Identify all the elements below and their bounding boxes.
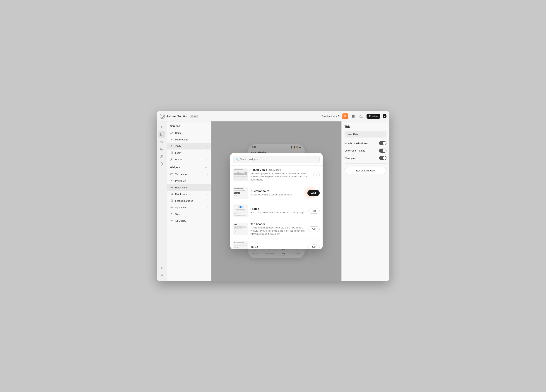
tab-header-desc: This is will add a header to the top of … xyxy=(251,226,306,236)
sidebar-item-reminders[interactable]: Reminders ··· xyxy=(167,191,211,198)
right-panel: Title Include threshold alert Show “seen… xyxy=(341,122,390,281)
featured-articles-icon xyxy=(170,199,173,202)
peak-flow-more-icon[interactable]: ··· xyxy=(206,179,208,182)
seen-status-toggle[interactable] xyxy=(379,148,386,153)
medications-more-icon[interactable]: ··· xyxy=(206,138,208,141)
grid-icon[interactable] xyxy=(350,113,356,119)
todo-name: To Do xyxy=(251,245,306,248)
sidebar-item-air-quality[interactable]: Air Quality ··· xyxy=(167,217,211,224)
health-vitals-arrow-button[interactable]: › xyxy=(313,172,320,178)
app-window: Asthma Solution Draft Give feedback ⚑ Hi xyxy=(157,111,390,281)
sidebar-item-sleep[interactable]: Sleep ··· xyxy=(167,211,211,217)
title-input[interactable] xyxy=(344,131,386,137)
symptoms-more-icon[interactable]: ··· xyxy=(206,206,208,209)
vitals-icon xyxy=(170,145,173,148)
svg-rect-23 xyxy=(171,174,173,175)
vitals-more-icon[interactable]: ··· xyxy=(206,145,208,148)
rocket-icon[interactable] xyxy=(158,272,165,279)
sidebar-item-learn[interactable]: Learn ··· xyxy=(167,149,211,156)
svg-rect-8 xyxy=(353,117,354,118)
peak-flow-icon xyxy=(170,179,173,183)
threshold-alert-toggle[interactable] xyxy=(379,141,386,145)
reminders-more-icon[interactable]: ··· xyxy=(206,193,208,196)
air-quality-more-icon[interactable]: ··· xyxy=(206,219,208,222)
profile-add-button[interactable]: Add xyxy=(308,208,319,213)
sidebar-item-vitals-label: Vitals xyxy=(175,145,204,148)
sidebar-item-home[interactable]: Home ··· xyxy=(167,129,211,136)
sidebar-item-medications-label: Medications xyxy=(175,138,204,141)
image-icon[interactable] xyxy=(158,146,165,153)
settings-icon[interactable] xyxy=(158,265,165,271)
todo-thumbnail: 5 tasks To Do today Show all • Task item… xyxy=(233,241,248,249)
svg-rect-6 xyxy=(354,116,355,117)
modal-search-bar: 🔍 xyxy=(230,153,323,166)
reminders-icon xyxy=(170,193,173,196)
health-vitals-desc: Includes a graphical representation of t… xyxy=(251,172,311,181)
add-screen-button[interactable]: + xyxy=(204,124,208,128)
sidebar-item-tab-header[interactable]: Tab header ··· xyxy=(167,171,211,178)
sidebar-item-peak-flow[interactable]: Peak Flow ··· xyxy=(167,178,211,184)
canvas: 9:41 ▐▐▐ 🛜 ▬ My vitals Medications Rate xyxy=(211,122,341,281)
screens-label: Screens xyxy=(170,125,180,128)
tab-header-add-button[interactable]: Add xyxy=(308,226,319,232)
give-feedback-link[interactable]: Give feedback ⚑ xyxy=(322,115,340,118)
learn-more-icon[interactable]: ··· xyxy=(206,151,208,154)
questionnaire-thumbnail: Questionnaire Custom questionnaire Add 1… xyxy=(233,186,248,199)
sidebar-item-heart-rate[interactable]: Heart Rate ··· xyxy=(167,184,211,191)
preview-dropdown-icon[interactable]: ▾ xyxy=(383,114,386,118)
sidebar-item-featured-articles[interactable]: Featured articles ··· xyxy=(167,198,211,204)
svg-point-0 xyxy=(161,115,164,118)
sidebar-item-sleep-label: Sleep xyxy=(175,213,204,216)
edit-config-button[interactable]: Edit configuration xyxy=(344,167,386,174)
modal-overlay[interactable]: 🔍 xyxy=(211,122,341,281)
svg-rect-16 xyxy=(161,163,162,165)
todo-add-button[interactable]: Add xyxy=(308,244,319,249)
home-icon xyxy=(170,131,173,135)
svg-rect-12 xyxy=(161,148,163,150)
widget-item-questionnaire: Questionnaire Custom questionnaire Add 1… xyxy=(230,184,323,202)
health-vitals-name: Health Vitals | (16 widgets) xyxy=(251,168,311,171)
sidebar-item-home-label: Home xyxy=(175,132,204,134)
sidebar-item-medications[interactable]: Medications ··· xyxy=(167,136,211,143)
health-vitals-info: Health Vitals | (16 widgets) Includes a … xyxy=(251,168,311,181)
profile-desc: Full screen account data and application… xyxy=(251,211,306,214)
sidebar-item-heart-rate-label: Heart Rate xyxy=(175,186,204,189)
search-input[interactable] xyxy=(233,156,320,163)
sleep-more-icon[interactable]: ··· xyxy=(206,213,208,216)
home-more-icon[interactable]: ··· xyxy=(206,131,208,134)
add-widget-button[interactable]: + xyxy=(204,165,208,169)
icon-bar xyxy=(157,122,167,281)
questionnaire-name: Questionnaire xyxy=(251,189,305,193)
sidebar-item-symptoms[interactable]: Symptoms ··· xyxy=(167,204,211,211)
widget-item-tab-header: Title Put a description here to let user… xyxy=(230,220,323,238)
sidebar-item-profile[interactable]: Profile ··· xyxy=(167,156,211,163)
questionnaire-add-button[interactable]: Add xyxy=(307,190,319,196)
show-graph-toggle[interactable] xyxy=(379,156,386,160)
sidebar-item-vitals[interactable]: Vitals ··· xyxy=(167,143,211,149)
svg-rect-11 xyxy=(161,135,162,135)
seen-status-label: Show “seen” status xyxy=(344,149,365,152)
heart-rate-more-icon[interactable]: ··· xyxy=(206,186,208,189)
user-avatar[interactable]: Hi xyxy=(342,113,348,119)
draft-badge: Draft xyxy=(190,115,198,118)
sidebar-item-learn-label: Learn xyxy=(175,152,204,154)
sleep-icon xyxy=(170,212,173,216)
tab-header-more-icon[interactable]: ··· xyxy=(206,173,208,176)
tab-header-action: Add xyxy=(308,226,319,232)
users-icon[interactable] xyxy=(158,153,165,160)
preview-button[interactable]: Preview xyxy=(366,114,380,119)
watch-icon[interactable] xyxy=(158,161,165,167)
profile-info: Profile Full screen account data and app… xyxy=(251,207,306,214)
featured-articles-more-icon[interactable]: ··· xyxy=(206,199,208,202)
profile-icon xyxy=(170,158,173,161)
sidebar-item-symptoms-label: Symptoms xyxy=(175,206,204,209)
phone-icon[interactable] xyxy=(158,131,165,138)
show-graph-label: Show graph xyxy=(344,157,357,160)
back-button[interactable] xyxy=(158,124,165,130)
layers-icon[interactable] xyxy=(158,138,165,145)
widget-search-modal: 🔍 xyxy=(230,153,323,249)
heart-rate-icon xyxy=(170,186,173,189)
profile-more-icon[interactable]: ··· xyxy=(206,158,208,161)
widget-item-health-vitals: Health Vitals | (16 widgets) Includes a … xyxy=(230,166,323,184)
svg-rect-1 xyxy=(352,115,353,116)
